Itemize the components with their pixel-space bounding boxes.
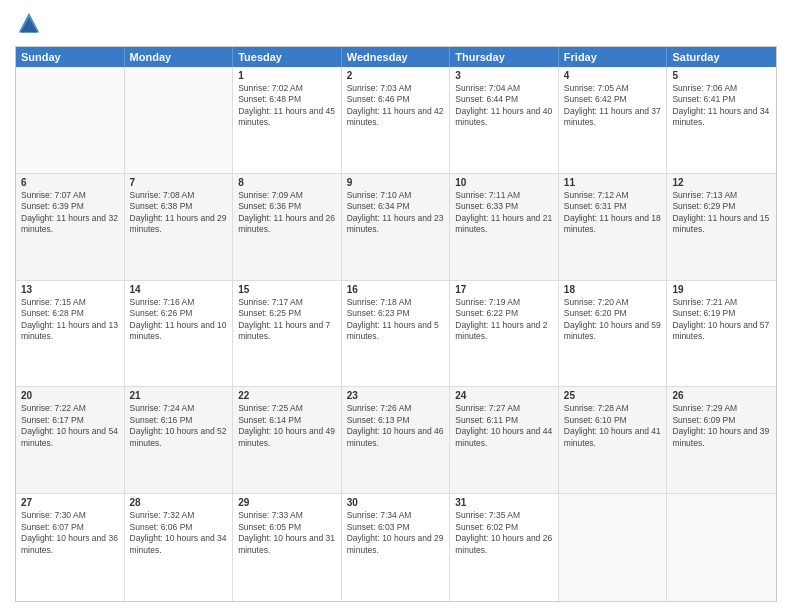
calendar-row: 13Sunrise: 7:15 AMSunset: 6:28 PMDayligh… (16, 281, 776, 388)
calendar-day: 6Sunrise: 7:07 AMSunset: 6:39 PMDaylight… (16, 174, 125, 280)
empty-day (559, 494, 668, 601)
day-detail: Sunrise: 7:32 AMSunset: 6:06 PMDaylight:… (130, 510, 228, 556)
calendar-day: 26Sunrise: 7:29 AMSunset: 6:09 PMDayligh… (667, 387, 776, 493)
day-detail: Sunrise: 7:16 AMSunset: 6:26 PMDaylight:… (130, 297, 228, 343)
day-number: 13 (21, 284, 119, 295)
calendar-day: 5Sunrise: 7:06 AMSunset: 6:41 PMDaylight… (667, 67, 776, 173)
calendar-day: 10Sunrise: 7:11 AMSunset: 6:33 PMDayligh… (450, 174, 559, 280)
day-detail: Sunrise: 7:33 AMSunset: 6:05 PMDaylight:… (238, 510, 336, 556)
day-number: 28 (130, 497, 228, 508)
day-detail: Sunrise: 7:09 AMSunset: 6:36 PMDaylight:… (238, 190, 336, 236)
day-number: 23 (347, 390, 445, 401)
day-number: 19 (672, 284, 771, 295)
day-number: 30 (347, 497, 445, 508)
day-number: 22 (238, 390, 336, 401)
day-detail: Sunrise: 7:18 AMSunset: 6:23 PMDaylight:… (347, 297, 445, 343)
calendar-header: SundayMondayTuesdayWednesdayThursdayFrid… (16, 47, 776, 67)
day-number: 9 (347, 177, 445, 188)
calendar-day: 30Sunrise: 7:34 AMSunset: 6:03 PMDayligh… (342, 494, 451, 601)
day-number: 27 (21, 497, 119, 508)
calendar-day: 24Sunrise: 7:27 AMSunset: 6:11 PMDayligh… (450, 387, 559, 493)
day-number: 1 (238, 70, 336, 81)
calendar-day: 16Sunrise: 7:18 AMSunset: 6:23 PMDayligh… (342, 281, 451, 387)
day-detail: Sunrise: 7:03 AMSunset: 6:46 PMDaylight:… (347, 83, 445, 129)
day-number: 14 (130, 284, 228, 295)
day-number: 15 (238, 284, 336, 295)
day-number: 3 (455, 70, 553, 81)
day-detail: Sunrise: 7:26 AMSunset: 6:13 PMDaylight:… (347, 403, 445, 449)
day-number: 4 (564, 70, 662, 81)
day-detail: Sunrise: 7:05 AMSunset: 6:42 PMDaylight:… (564, 83, 662, 129)
calendar-day: 2Sunrise: 7:03 AMSunset: 6:46 PMDaylight… (342, 67, 451, 173)
calendar-body: 1Sunrise: 7:02 AMSunset: 6:48 PMDaylight… (16, 67, 776, 601)
day-detail: Sunrise: 7:21 AMSunset: 6:19 PMDaylight:… (672, 297, 771, 343)
day-detail: Sunrise: 7:22 AMSunset: 6:17 PMDaylight:… (21, 403, 119, 449)
calendar-day: 27Sunrise: 7:30 AMSunset: 6:07 PMDayligh… (16, 494, 125, 601)
day-detail: Sunrise: 7:28 AMSunset: 6:10 PMDaylight:… (564, 403, 662, 449)
day-detail: Sunrise: 7:07 AMSunset: 6:39 PMDaylight:… (21, 190, 119, 236)
calendar-day: 18Sunrise: 7:20 AMSunset: 6:20 PMDayligh… (559, 281, 668, 387)
day-detail: Sunrise: 7:27 AMSunset: 6:11 PMDaylight:… (455, 403, 553, 449)
day-number: 17 (455, 284, 553, 295)
calendar-day: 21Sunrise: 7:24 AMSunset: 6:16 PMDayligh… (125, 387, 234, 493)
weekday-header: Saturday (667, 47, 776, 67)
calendar-day: 23Sunrise: 7:26 AMSunset: 6:13 PMDayligh… (342, 387, 451, 493)
day-number: 29 (238, 497, 336, 508)
day-number: 21 (130, 390, 228, 401)
day-detail: Sunrise: 7:15 AMSunset: 6:28 PMDaylight:… (21, 297, 119, 343)
day-detail: Sunrise: 7:29 AMSunset: 6:09 PMDaylight:… (672, 403, 771, 449)
calendar-row: 1Sunrise: 7:02 AMSunset: 6:48 PMDaylight… (16, 67, 776, 174)
weekday-header: Wednesday (342, 47, 451, 67)
day-detail: Sunrise: 7:08 AMSunset: 6:38 PMDaylight:… (130, 190, 228, 236)
day-detail: Sunrise: 7:17 AMSunset: 6:25 PMDaylight:… (238, 297, 336, 343)
day-number: 26 (672, 390, 771, 401)
calendar-day: 13Sunrise: 7:15 AMSunset: 6:28 PMDayligh… (16, 281, 125, 387)
weekday-header: Sunday (16, 47, 125, 67)
weekday-header: Friday (559, 47, 668, 67)
day-number: 18 (564, 284, 662, 295)
logo-icon (15, 10, 43, 38)
day-detail: Sunrise: 7:34 AMSunset: 6:03 PMDaylight:… (347, 510, 445, 556)
calendar-day: 14Sunrise: 7:16 AMSunset: 6:26 PMDayligh… (125, 281, 234, 387)
calendar-day: 31Sunrise: 7:35 AMSunset: 6:02 PMDayligh… (450, 494, 559, 601)
calendar-day: 29Sunrise: 7:33 AMSunset: 6:05 PMDayligh… (233, 494, 342, 601)
calendar-day: 3Sunrise: 7:04 AMSunset: 6:44 PMDaylight… (450, 67, 559, 173)
calendar-day: 12Sunrise: 7:13 AMSunset: 6:29 PMDayligh… (667, 174, 776, 280)
calendar-row: 6Sunrise: 7:07 AMSunset: 6:39 PMDaylight… (16, 174, 776, 281)
day-detail: Sunrise: 7:20 AMSunset: 6:20 PMDaylight:… (564, 297, 662, 343)
day-number: 10 (455, 177, 553, 188)
calendar-day: 25Sunrise: 7:28 AMSunset: 6:10 PMDayligh… (559, 387, 668, 493)
logo (15, 10, 47, 38)
weekday-header: Monday (125, 47, 234, 67)
day-detail: Sunrise: 7:04 AMSunset: 6:44 PMDaylight:… (455, 83, 553, 129)
day-detail: Sunrise: 7:19 AMSunset: 6:22 PMDaylight:… (455, 297, 553, 343)
day-number: 25 (564, 390, 662, 401)
calendar-day: 15Sunrise: 7:17 AMSunset: 6:25 PMDayligh… (233, 281, 342, 387)
calendar-day: 20Sunrise: 7:22 AMSunset: 6:17 PMDayligh… (16, 387, 125, 493)
day-detail: Sunrise: 7:25 AMSunset: 6:14 PMDaylight:… (238, 403, 336, 449)
day-detail: Sunrise: 7:24 AMSunset: 6:16 PMDaylight:… (130, 403, 228, 449)
day-number: 12 (672, 177, 771, 188)
calendar-day: 22Sunrise: 7:25 AMSunset: 6:14 PMDayligh… (233, 387, 342, 493)
calendar-day: 19Sunrise: 7:21 AMSunset: 6:19 PMDayligh… (667, 281, 776, 387)
empty-day (125, 67, 234, 173)
calendar-day: 11Sunrise: 7:12 AMSunset: 6:31 PMDayligh… (559, 174, 668, 280)
day-number: 31 (455, 497, 553, 508)
day-number: 11 (564, 177, 662, 188)
calendar-row: 20Sunrise: 7:22 AMSunset: 6:17 PMDayligh… (16, 387, 776, 494)
calendar-day: 7Sunrise: 7:08 AMSunset: 6:38 PMDaylight… (125, 174, 234, 280)
calendar-day: 1Sunrise: 7:02 AMSunset: 6:48 PMDaylight… (233, 67, 342, 173)
day-detail: Sunrise: 7:02 AMSunset: 6:48 PMDaylight:… (238, 83, 336, 129)
page: SundayMondayTuesdayWednesdayThursdayFrid… (0, 0, 792, 612)
empty-day (16, 67, 125, 173)
day-number: 5 (672, 70, 771, 81)
day-number: 7 (130, 177, 228, 188)
weekday-header: Thursday (450, 47, 559, 67)
day-number: 6 (21, 177, 119, 188)
day-number: 2 (347, 70, 445, 81)
day-detail: Sunrise: 7:06 AMSunset: 6:41 PMDaylight:… (672, 83, 771, 129)
day-detail: Sunrise: 7:11 AMSunset: 6:33 PMDaylight:… (455, 190, 553, 236)
calendar-day: 8Sunrise: 7:09 AMSunset: 6:36 PMDaylight… (233, 174, 342, 280)
day-detail: Sunrise: 7:35 AMSunset: 6:02 PMDaylight:… (455, 510, 553, 556)
day-number: 16 (347, 284, 445, 295)
